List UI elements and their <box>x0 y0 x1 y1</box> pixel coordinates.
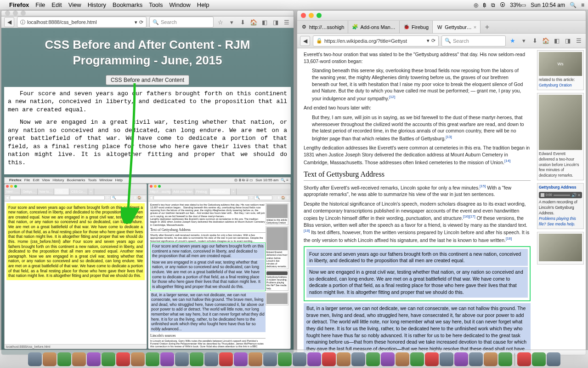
hamburger-menu-icon[interactable]: ☰ <box>283 18 291 26</box>
menu-edit[interactable]: Edit <box>51 1 62 8</box>
dock-app[interactable] <box>249 352 262 366</box>
spotlight-icon[interactable]: 🔍 <box>570 2 577 8</box>
dock-app[interactable] <box>293 352 306 366</box>
dock-app[interactable] <box>72 352 86 366</box>
status-icon[interactable]: ◎ <box>474 2 478 8</box>
hamburger-menu-icon[interactable]: ☰ <box>575 37 583 45</box>
menu-file[interactable]: File <box>35 1 45 8</box>
dropdown-icon[interactable]: ▾ <box>427 38 430 44</box>
volume-icon[interactable]: 🔊 <box>571 192 577 198</box>
dock-app[interactable] <box>307 352 321 366</box>
dock-app[interactable] <box>87 352 101 366</box>
tab-1[interactable]: 🧩Add-ons Man… <box>348 21 399 33</box>
menu-history[interactable]: History <box>88 1 106 8</box>
tab-0[interactable]: ⚙http://…ssohigh <box>297 21 348 33</box>
back-button[interactable]: ◀ <box>300 36 310 46</box>
dock-app[interactable] <box>160 352 174 366</box>
zoom-button[interactable] <box>317 13 322 18</box>
ref-18b[interactable]: [18] <box>506 236 512 241</box>
search-bar[interactable]: 🔍 Search <box>441 35 506 46</box>
ref-14[interactable]: [14] <box>504 159 510 163</box>
pocket-icon[interactable]: ▾ <box>227 18 236 26</box>
menu-tools[interactable]: Tools <box>149 1 163 8</box>
new-tab-button[interactable]: + <box>481 21 493 33</box>
dock-app[interactable] <box>278 352 292 366</box>
ref-17[interactable]: [17] <box>469 214 475 218</box>
ref-12[interactable]: [12] <box>389 95 395 99</box>
ref-16[interactable]: [16] <box>463 214 469 218</box>
search-bar[interactable]: 🔍 Search <box>149 17 214 28</box>
dock-app[interactable] <box>425 352 439 366</box>
dock-app[interactable] <box>116 352 130 366</box>
seek-bar[interactable] <box>554 195 570 196</box>
dock-app[interactable] <box>175 352 189 366</box>
dock-app[interactable] <box>131 352 145 366</box>
dock-app[interactable] <box>410 352 424 366</box>
play-button-icon[interactable] <box>541 193 544 197</box>
dock-app[interactable] <box>263 352 277 366</box>
dock-app[interactable] <box>484 352 498 366</box>
close-button[interactable] <box>5 11 10 16</box>
dock-app[interactable] <box>440 352 453 366</box>
tab-3-active[interactable]: WGettysbur… × <box>433 21 481 33</box>
wikisource-image[interactable]: Ws <box>539 52 582 76</box>
everett-portrait[interactable] <box>539 95 582 150</box>
dock-app[interactable] <box>204 352 218 366</box>
dock-app[interactable] <box>146 352 159 366</box>
dropbox-icon[interactable]: ⧉ <box>491 2 495 8</box>
menu-bookmarks[interactable]: Bookmarks <box>113 1 142 8</box>
minimize-button[interactable] <box>309 13 314 18</box>
info-icon[interactable]: ⓘ <box>20 19 25 26</box>
lock-icon[interactable]: 🔒 <box>316 38 322 44</box>
menu-window[interactable]: Window <box>170 1 191 8</box>
dock-app[interactable] <box>366 352 380 366</box>
home-icon[interactable]: 🏠 <box>249 18 258 26</box>
tab-2[interactable]: 🐞Firebug <box>400 21 433 33</box>
dock-app[interactable] <box>396 352 409 366</box>
ref-15[interactable]: [15] <box>480 184 486 188</box>
sidebar-icon[interactable]: ◨ <box>564 37 572 45</box>
content-button[interactable]: CSS Before and After Content <box>106 75 189 85</box>
dock-app[interactable] <box>322 352 336 366</box>
close-tab-icon[interactable]: × <box>474 24 476 30</box>
dock-trash[interactable] <box>547 352 560 366</box>
titlebar[interactable] <box>297 11 586 21</box>
dock-app[interactable] <box>43 352 57 366</box>
dock-app[interactable] <box>469 352 483 366</box>
dropdown-icon[interactable]: ▾ <box>135 19 137 25</box>
minimize-button[interactable] <box>13 11 18 16</box>
dock-downloads[interactable] <box>532 352 546 366</box>
bitcoin-icon[interactable]: ฿ <box>483 2 486 8</box>
back-button[interactable]: ◀ <box>4 17 14 27</box>
dock-app[interactable] <box>102 352 115 366</box>
titlebar[interactable] <box>1 11 294 16</box>
clock[interactable]: Sun 10:54 am <box>531 2 565 8</box>
home-icon[interactable]: 🏠 <box>542 37 550 45</box>
dock-app[interactable] <box>351 352 365 366</box>
pocket-icon[interactable]: ▾ <box>520 37 528 45</box>
dock-app[interactable] <box>190 352 204 366</box>
ref-18[interactable]: [18] <box>304 229 310 233</box>
url-bar[interactable]: ⓘ localhost:8888/css_before.html ▾ ⟳ <box>17 17 147 28</box>
menu-help[interactable]: Help <box>197 1 209 8</box>
dock-finder[interactable] <box>28 352 42 366</box>
dock-app[interactable] <box>337 352 351 366</box>
dock-app[interactable] <box>57 352 71 366</box>
downloads-icon[interactable]: ⬇ <box>531 37 539 45</box>
dock-app[interactable] <box>498 352 512 366</box>
wifi-icon[interactable]: ⦿ <box>500 2 505 8</box>
audio-controls[interactable]: 0:00 🔊 ≡ <box>539 192 582 198</box>
bookmark-star-icon[interactable]: ☆ <box>216 18 225 26</box>
dock-app[interactable] <box>454 352 468 366</box>
notification-center-icon[interactable]: ≡ <box>581 2 584 8</box>
dock-app[interactable] <box>381 352 395 366</box>
audio-title-link[interactable]: Gettysburg Address <box>539 185 576 190</box>
ref-13[interactable]: [13] <box>446 135 452 139</box>
feed-icon[interactable]: ◧ <box>260 18 269 26</box>
app-name[interactable]: Firefox <box>9 1 29 8</box>
menu-icon[interactable]: ≡ <box>578 192 580 198</box>
feed-icon[interactable]: ◧ <box>553 37 561 45</box>
bookmark-star-icon[interactable]: ★ <box>509 37 517 45</box>
sidebar-icon[interactable]: ◨ <box>271 18 280 26</box>
battery-status[interactable]: 33% ▭ <box>510 2 526 8</box>
